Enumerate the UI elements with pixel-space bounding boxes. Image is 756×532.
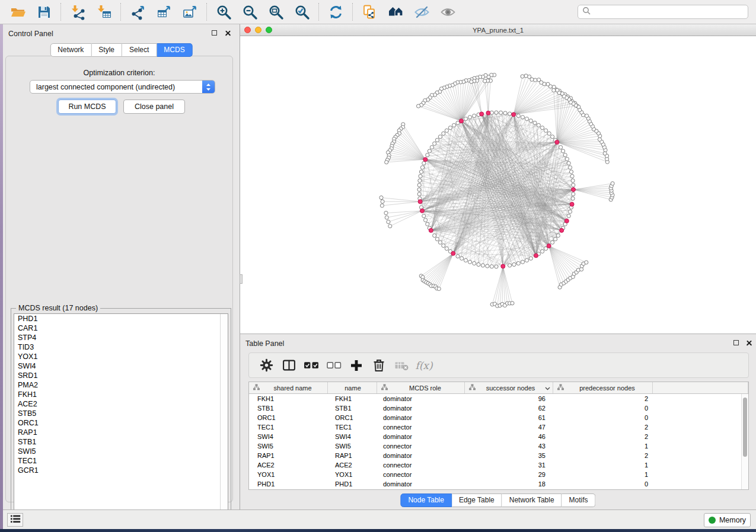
graph-mcds-hub-node[interactable] <box>451 251 455 255</box>
graph-node[interactable] <box>430 146 433 149</box>
graph-mcds-hub-node[interactable] <box>423 158 428 162</box>
graph-leaf-node[interactable] <box>437 287 441 290</box>
graph-mcds-hub-node[interactable] <box>547 244 551 248</box>
graph-node[interactable] <box>516 261 520 265</box>
export-image-icon[interactable] <box>177 1 203 23</box>
table-settings-icon[interactable] <box>255 355 277 376</box>
graph-node[interactable] <box>495 111 498 114</box>
graph-node[interactable] <box>499 111 503 114</box>
graph-node[interactable] <box>571 179 575 182</box>
graph-node[interactable] <box>525 117 528 121</box>
graph-node[interactable] <box>551 135 554 139</box>
tab-network-table[interactable]: Network Table <box>502 493 562 507</box>
graph-mcds-hub-node[interactable] <box>501 264 505 268</box>
graph-node[interactable] <box>468 116 471 119</box>
graph-node[interactable] <box>433 142 436 145</box>
select-all-rows-icon[interactable] <box>300 355 323 376</box>
graph-node[interactable] <box>445 247 448 251</box>
graph-node[interactable] <box>490 265 493 268</box>
graph-node[interactable] <box>529 257 532 260</box>
graph-node[interactable] <box>445 129 448 132</box>
graph-node[interactable] <box>417 183 421 187</box>
mcds-result-item[interactable]: FKH1 <box>14 390 228 399</box>
mcds-result-item[interactable]: TID3 <box>14 342 228 352</box>
graph-leaf-node[interactable] <box>384 211 388 214</box>
mcds-result-item[interactable]: RAP1 <box>14 428 228 437</box>
graph-node[interactable] <box>424 218 428 222</box>
graph-node[interactable] <box>438 241 442 244</box>
graph-leaf-node[interactable] <box>381 200 384 203</box>
graph-leaf-node[interactable] <box>483 79 487 83</box>
graph-node[interactable] <box>468 260 471 264</box>
graph-node[interactable] <box>567 214 570 217</box>
first-neighbors-icon[interactable] <box>382 1 409 23</box>
mcds-result-list[interactable]: PHD1CAR1STP4TID3YOX1SWI4SRD1PMA2FKH1ACE2… <box>14 313 228 526</box>
graph-node[interactable] <box>495 265 498 268</box>
graph-node[interactable] <box>568 210 572 213</box>
mcds-result-item[interactable]: STB1 <box>14 437 228 447</box>
graph-node[interactable] <box>568 166 572 169</box>
graph-leaf-node[interactable] <box>387 220 390 223</box>
graph-node[interactable] <box>428 149 431 153</box>
column-header-shared-name[interactable]: shared name <box>249 382 328 393</box>
mcds-result-item[interactable]: TEC1 <box>14 456 228 466</box>
import-network-icon[interactable] <box>65 1 91 23</box>
graph-mcds-hub-node[interactable] <box>429 228 433 232</box>
graph-leaf-node[interactable] <box>556 88 559 92</box>
graph-leaf-node[interactable] <box>524 74 528 78</box>
zoom-fit-icon[interactable] <box>263 1 289 23</box>
run-mcds-button[interactable]: Run MCDS <box>58 100 116 114</box>
graph-mcds-hub-node[interactable] <box>418 200 422 204</box>
graph-leaf-node[interactable] <box>417 104 420 108</box>
graph-leaf-node[interactable] <box>598 137 601 141</box>
graph-node[interactable] <box>547 132 551 135</box>
graph-mcds-hub-node[interactable] <box>555 140 559 145</box>
graph-node[interactable] <box>426 222 429 226</box>
splitter-handle[interactable] <box>240 274 243 284</box>
tab-network[interactable]: Network <box>50 43 91 57</box>
graph-node[interactable] <box>420 166 424 169</box>
table-row[interactable]: PHD1PHD1dominator180 <box>249 479 748 489</box>
graph-node[interactable] <box>460 257 464 260</box>
graph-node[interactable] <box>426 153 429 157</box>
float-panel-icon[interactable] <box>212 30 217 36</box>
graph-node[interactable] <box>464 258 467 262</box>
graph-node[interactable] <box>525 258 528 262</box>
graph-node[interactable] <box>533 121 537 124</box>
graph-node[interactable] <box>508 112 512 116</box>
graph-leaf-node[interactable] <box>521 75 524 78</box>
graph-node[interactable] <box>422 214 426 217</box>
float-panel-icon[interactable] <box>733 340 739 345</box>
graph-node[interactable] <box>422 161 426 165</box>
graph-node[interactable] <box>452 123 456 127</box>
graph-mcds-hub-node[interactable] <box>572 188 576 192</box>
graph-node[interactable] <box>572 183 575 187</box>
graph-node[interactable] <box>562 149 565 153</box>
graph-leaf-node[interactable] <box>552 88 556 92</box>
tab-edge-table[interactable]: Edge Table <box>452 493 502 507</box>
graph-node[interactable] <box>556 234 560 238</box>
optimization-criterion-select[interactable]: largest connected component (undirected) <box>30 80 215 94</box>
graph-node[interactable] <box>521 116 524 119</box>
graph-node[interactable] <box>554 238 557 241</box>
mcds-result-item[interactable]: SWI4 <box>14 361 228 371</box>
column-header-successor-nodes[interactable]: successor nodes <box>465 382 553 393</box>
graph-leaf-node[interactable] <box>380 204 384 207</box>
close-panel-button[interactable]: Close panel <box>123 100 185 114</box>
graph-node[interactable] <box>551 241 554 244</box>
table-row[interactable]: ORC1ORC1dominator610 <box>249 413 748 422</box>
graph-leaf-node[interactable] <box>611 182 614 185</box>
graph-node[interactable] <box>433 234 436 238</box>
graph-node[interactable] <box>419 174 422 178</box>
graph-node[interactable] <box>567 161 570 165</box>
graph-leaf-node[interactable] <box>511 302 514 305</box>
graph-node[interactable] <box>508 264 512 267</box>
graph-mcds-hub-node[interactable] <box>512 113 516 117</box>
panel-menu-button[interactable] <box>7 513 23 527</box>
mcds-result-item[interactable]: ORC1 <box>14 418 228 428</box>
network-graph[interactable] <box>240 36 756 334</box>
graph-node[interactable] <box>569 170 573 174</box>
tab-mcds[interactable]: MCDS <box>157 43 192 57</box>
table-row[interactable]: TEC1TEC1connector472 <box>249 422 748 432</box>
graph-node[interactable] <box>442 132 445 135</box>
